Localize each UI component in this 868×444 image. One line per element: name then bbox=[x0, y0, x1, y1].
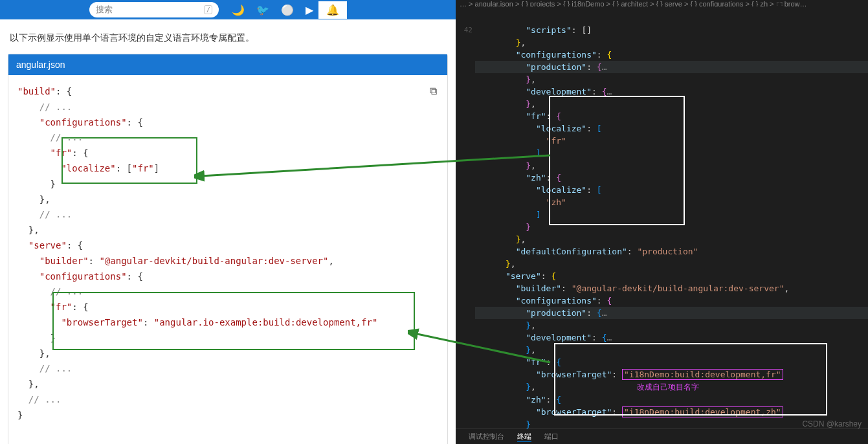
editor-highlight-localize bbox=[549, 96, 685, 225]
bell-icon: 🔔 bbox=[326, 5, 339, 16]
twitter-icon[interactable]: 🐦 bbox=[256, 4, 269, 16]
search-placeholder: 搜索 bbox=[96, 4, 113, 16]
notifications[interactable]: 🔔 bbox=[318, 1, 347, 19]
left-panel: 搜索 / 🌙 🐦 ⚪ ▶ 🔔 以下示例显示使用单个语言环境的自定义语言环境专属配… bbox=[0, 0, 456, 444]
moon-icon[interactable]: 🌙 bbox=[232, 4, 245, 16]
magenta-annotation: 改成自己项目名字 bbox=[637, 383, 699, 392]
code-card: angular.json ⧉ "build": { // ... "config… bbox=[8, 54, 448, 444]
highlight-box-fr-localize bbox=[61, 137, 197, 184]
breadcrumb[interactable]: … > angular.json > { } projects > { } i1… bbox=[456, 0, 868, 6]
watermark: CSDN @karshey bbox=[802, 419, 862, 428]
tab-debug-console[interactable]: 调试控制台 bbox=[469, 432, 504, 441]
editor-body[interactable]: 42 "scripts": [] }, "configurations": { … bbox=[456, 6, 868, 444]
code-body: "build": { // ... "configurations": { //… bbox=[8, 75, 447, 444]
github-icon[interactable]: ⚪ bbox=[281, 4, 294, 16]
code-filename: angular.json bbox=[8, 54, 447, 75]
bottom-tabs: 调试控制台 终端 端口 bbox=[456, 428, 868, 444]
right-panel: … > angular.json > { } projects > { } i1… bbox=[456, 0, 868, 444]
search-input[interactable]: 搜索 / bbox=[89, 2, 219, 17]
youtube-icon[interactable]: ▶ bbox=[306, 4, 313, 16]
tab-port[interactable]: 端口 bbox=[544, 432, 559, 441]
top-icons: 🌙 🐦 ⚪ ▶ bbox=[232, 4, 313, 16]
tab-terminal[interactable]: 终端 bbox=[517, 432, 531, 442]
line-number: 42 bbox=[458, 24, 473, 36]
top-bar: 搜索 / 🌙 🐦 ⚪ ▶ 🔔 bbox=[0, 0, 456, 19]
description-text: 以下示例显示使用单个语言环境的自定义语言环境专属配置。 bbox=[0, 19, 456, 54]
search-shortcut: / bbox=[204, 5, 212, 14]
